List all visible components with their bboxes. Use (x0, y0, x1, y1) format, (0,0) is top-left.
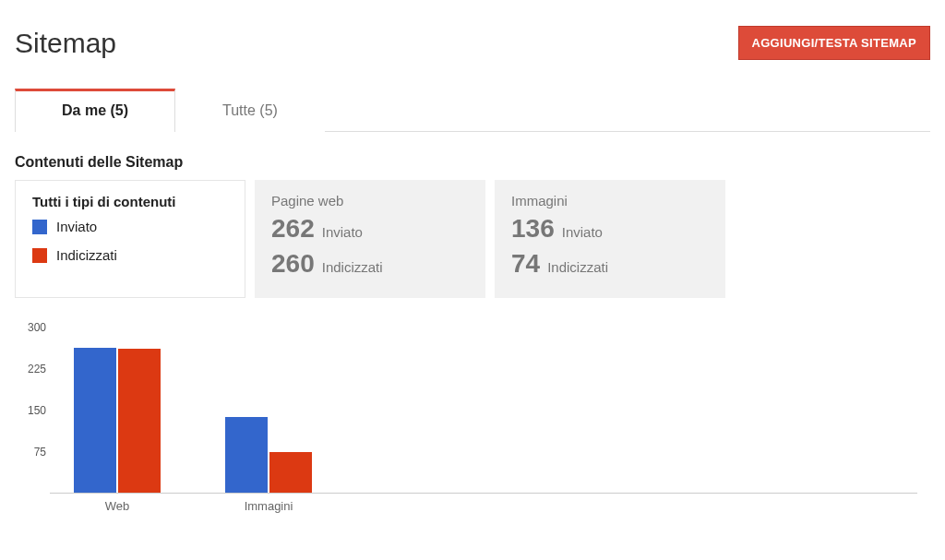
stat-sent-label: Inviato (322, 224, 363, 240)
legend-panel: Tutti i tipi di contenuti Inviato Indici… (15, 180, 245, 298)
stat-sent-value: 262 (271, 214, 315, 244)
swatch-blue-icon (32, 220, 47, 234)
tab-all[interactable]: Tutte (5) (175, 89, 325, 132)
y-tick-label: 150 (18, 404, 46, 417)
legend-item-indexed: Indicizzati (32, 247, 228, 263)
y-tick-label: 225 (18, 363, 46, 375)
x-tick-label: Web (71, 499, 163, 513)
bar-group (225, 417, 312, 493)
section-title: Contenuti delle Sitemap (15, 154, 930, 171)
bar[interactable] (118, 349, 161, 493)
swatch-red-icon (32, 248, 47, 263)
page-title: Sitemap (15, 28, 116, 59)
stat-panel-web[interactable]: Pagine web 262 Inviato 260 Indicizzati (255, 180, 485, 298)
bar[interactable] (74, 348, 116, 493)
y-tick-label: 75 (18, 446, 46, 459)
bar[interactable] (269, 452, 312, 493)
x-tick-label: Immagini (222, 499, 315, 513)
chart-area: 75150225300 WebImmagini (18, 328, 930, 516)
bar-chart: 75150225300 (50, 328, 917, 494)
y-tick-label: 300 (18, 321, 46, 334)
add-test-sitemap-button[interactable]: AGGIUNGI/TESTA SITEMAP (738, 26, 931, 60)
stat-indexed-value: 260 (271, 249, 315, 279)
bar[interactable] (225, 417, 268, 493)
stat-indexed-label: Indicizzati (322, 259, 383, 275)
stat-panel-title: Immagini (511, 193, 709, 209)
tab-mine[interactable]: Da me (5) (15, 89, 175, 132)
stat-sent-value: 136 (511, 214, 555, 244)
stat-sent-label: Inviato (562, 224, 603, 240)
legend-item-label: Indicizzati (56, 247, 117, 263)
bar-group (74, 348, 161, 493)
stat-indexed-value: 74 (511, 249, 540, 279)
x-axis-labels: WebImmagini (50, 494, 917, 516)
legend-item-sent: Inviato (32, 219, 228, 234)
tab-bar: Da me (5) Tutte (5) (15, 88, 930, 132)
stat-row: Tutti i tipi di contenuti Inviato Indici… (15, 180, 930, 298)
legend-panel-title: Tutti i tipi di contenuti (32, 194, 228, 209)
legend-item-label: Inviato (56, 219, 97, 234)
stat-panel-images[interactable]: Immagini 136 Inviato 74 Indicizzati (495, 180, 725, 298)
stat-indexed-label: Indicizzati (547, 259, 608, 275)
stat-panel-title: Pagine web (271, 193, 469, 209)
